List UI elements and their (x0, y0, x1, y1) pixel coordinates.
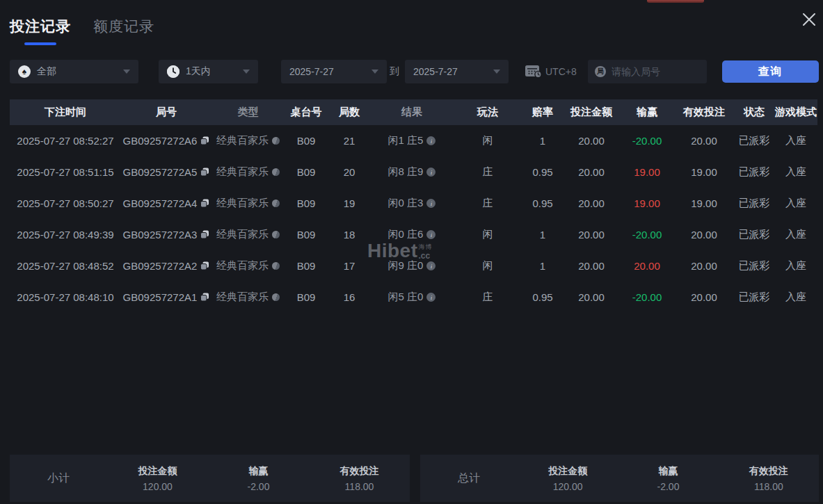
result-cell: 闲5 庄0 i (371, 291, 453, 304)
odds: 0.95 (522, 291, 563, 303)
tab-bet-records[interactable]: 投注记录 (10, 17, 71, 45)
copy-icon[interactable] (200, 136, 209, 145)
round-search-input[interactable] (612, 66, 700, 77)
table-row: 2025-07-27 08:51:15 GB09257272A5 经典百家乐 B… (10, 156, 817, 188)
result-cell: 闲0 庄3 i (371, 197, 453, 210)
odds: 0.95 (522, 197, 563, 209)
round-search-field[interactable]: 局 (588, 60, 707, 83)
round-no: 18 (328, 229, 371, 241)
odds: 1 (522, 135, 563, 147)
bet-amount-value: 120.00 (107, 481, 208, 492)
valid-bet-value: 118.00 (309, 481, 410, 492)
valid-bet: 19.00 (674, 166, 734, 178)
subtotal-valid-bet: 有效投注 118.00 (309, 465, 410, 492)
table-row: 2025-07-27 08:49:39 GB09257272A3 经典百家乐 B… (10, 219, 817, 250)
spade-icon: ♠ (18, 65, 31, 78)
col-odds: 赔率 (522, 106, 563, 119)
result: 闲0 庄3 (388, 197, 424, 210)
result-cell: 闲0 庄6 i (371, 228, 453, 241)
close-icon[interactable] (799, 10, 819, 29)
odds: 1 (522, 260, 563, 272)
filter-bar: ♠ 全部 1天内 2025-7-27 到 2025-7-27 (0, 60, 823, 83)
game-dot-icon (272, 200, 280, 207)
date-from-select[interactable]: 2025-7-27 (281, 60, 387, 83)
result-cell: 闲1 庄5 i (371, 134, 453, 147)
game-type-cell: 经典百家乐 (211, 197, 285, 210)
bet-time: 2025-07-27 08:51:15 (10, 166, 121, 178)
col-status: 状态 (734, 106, 774, 119)
round-id-cell: GB09257272A2 (121, 260, 211, 272)
result: 闲5 庄0 (388, 291, 424, 304)
total-win-loss: 输赢 -2.00 (618, 465, 718, 492)
game-type-select[interactable]: ♠ 全部 (10, 60, 138, 83)
game-type-value: 全部 (37, 65, 56, 78)
bet-records-modal: 投注记录 额度记录 ♠ 全部 1天内 2025-7-27 到 2025-7-27 (0, 0, 823, 504)
date-to-select[interactable]: 2025-7-27 (405, 60, 509, 83)
subtotal-label: 小计 (10, 471, 107, 486)
result: 闲9 庄0 (388, 259, 424, 273)
info-icon[interactable]: i (426, 168, 436, 177)
round-no: 21 (328, 135, 371, 147)
round-no: 16 (328, 291, 371, 303)
timezone-indicator[interactable]: UTC+8 (525, 60, 577, 83)
copy-icon[interactable] (200, 168, 209, 177)
total-valid-bet: 有效投注 118.00 (719, 465, 819, 492)
bet-time: 2025-07-27 08:49:39 (10, 229, 121, 241)
chevron-down-icon (493, 70, 500, 74)
time-range-select[interactable]: 1天内 (159, 60, 258, 83)
round-id-cell: GB09257272A5 (121, 166, 211, 178)
result: 闲1 庄5 (388, 134, 424, 147)
round-id-cell: GB09257272A4 (121, 197, 211, 209)
total-label: 总计 (420, 471, 518, 486)
active-tab-underline (24, 42, 56, 45)
info-icon[interactable]: i (426, 136, 436, 145)
date-to-connector: 到 (390, 60, 399, 83)
status: 已派彩 (734, 165, 774, 179)
bet-time: 2025-07-27 08:48:10 (10, 291, 121, 303)
round-id: GB09257272A6 (123, 135, 198, 147)
result-cell: 闲8 庄9 i (371, 165, 453, 179)
odds: 1 (522, 229, 563, 241)
status: 已派彩 (734, 197, 774, 210)
game-type: 经典百家乐 (216, 228, 269, 241)
table-row: 2025-07-27 08:52:27 GB09257272A6 经典百家乐 B… (10, 125, 817, 156)
copy-icon[interactable] (200, 199, 209, 208)
tab-bet-records-label: 投注记录 (10, 17, 71, 42)
valid-bet-label: 有效投注 (719, 465, 819, 478)
info-icon[interactable]: i (426, 199, 436, 208)
status: 已派彩 (734, 291, 774, 304)
result: 闲8 庄9 (388, 165, 424, 179)
win-loss-value: -2.00 (618, 481, 718, 492)
status: 已派彩 (734, 134, 774, 147)
game-dot-icon (272, 293, 280, 301)
total-bet-amount: 投注金额 120.00 (518, 465, 618, 492)
bet-amount: 20.00 (563, 135, 620, 147)
round-id: GB09257272A4 (123, 197, 198, 209)
table-row: 2025-07-27 08:48:52 GB09257272A2 经典百家乐 B… (10, 250, 817, 282)
game-type-cell: 经典百家乐 (211, 228, 285, 241)
game-mode: 入座 (774, 134, 817, 147)
search-button[interactable]: 查询 (722, 60, 819, 83)
table-no: B09 (285, 291, 328, 303)
odds: 0.95 (522, 166, 563, 178)
round-id: GB09257272A3 (123, 229, 198, 241)
col-mode: 游戏模式 (774, 106, 817, 119)
time-range-value: 1天内 (186, 65, 211, 78)
copy-icon[interactable] (200, 293, 209, 302)
info-icon[interactable]: i (426, 293, 436, 302)
col-round-no: 局数 (328, 106, 371, 119)
table-no: B09 (285, 135, 328, 147)
info-icon[interactable]: i (426, 261, 436, 270)
tab-quota-records[interactable]: 额度记录 (93, 17, 154, 45)
info-icon[interactable]: i (426, 230, 436, 239)
result: 闲0 庄6 (388, 228, 424, 241)
game-mode: 入座 (774, 228, 817, 241)
copy-icon[interactable] (200, 230, 209, 239)
bet-time: 2025-07-27 08:48:52 (10, 260, 121, 272)
game-type-cell: 经典百家乐 (211, 259, 285, 273)
play: 庄 (453, 165, 522, 179)
copy-icon[interactable] (200, 261, 209, 270)
round-id: GB09257272A1 (123, 291, 198, 303)
calendar-clock-icon (525, 63, 543, 81)
game-mode: 入座 (774, 165, 817, 179)
